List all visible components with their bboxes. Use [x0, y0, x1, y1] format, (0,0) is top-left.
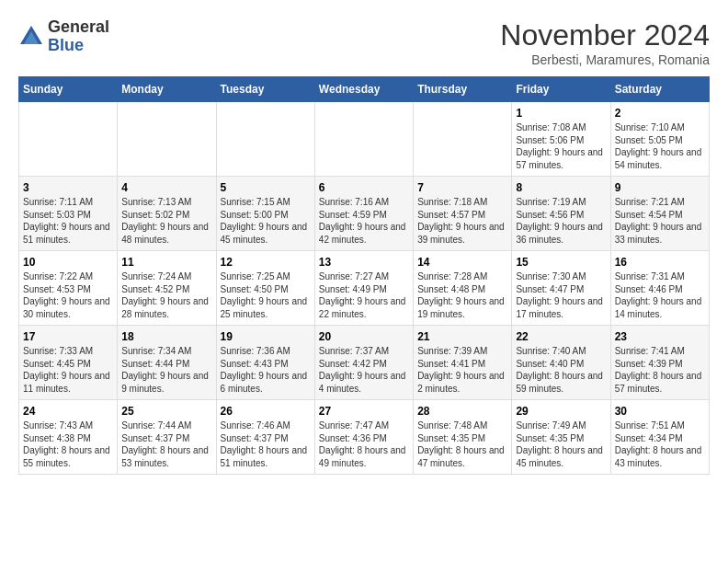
title-area: November 2024 Berbesti, Maramures, Roman… [500, 18, 710, 67]
day-number: 10 [23, 256, 113, 269]
calendar-cell: 13Sunrise: 7:27 AM Sunset: 4:49 PM Dayli… [314, 251, 413, 326]
day-details: Sunrise: 7:30 AM Sunset: 4:47 PM Dayligh… [516, 270, 606, 320]
logo-icon [18, 24, 44, 50]
weekday-header-monday: Monday [118, 77, 216, 102]
calendar-cell: 20Sunrise: 7:37 AM Sunset: 4:42 PM Dayli… [314, 326, 413, 400]
day-details: Sunrise: 7:24 AM Sunset: 4:52 PM Dayligh… [121, 270, 211, 320]
day-number: 6 [319, 181, 409, 194]
day-number: 30 [615, 405, 705, 418]
day-details: Sunrise: 7:15 AM Sunset: 5:00 PM Dayligh… [221, 196, 311, 246]
calendar-cell: 25Sunrise: 7:44 AM Sunset: 4:37 PM Dayli… [118, 400, 216, 475]
calendar-cell: 10Sunrise: 7:22 AM Sunset: 4:53 PM Dayli… [19, 251, 118, 326]
day-details: Sunrise: 7:39 AM Sunset: 4:41 PM Dayligh… [417, 345, 507, 395]
calendar-cell: 24Sunrise: 7:43 AM Sunset: 4:38 PM Dayli… [19, 400, 118, 475]
day-details: Sunrise: 7:40 AM Sunset: 4:40 PM Dayligh… [516, 345, 606, 395]
day-details: Sunrise: 7:33 AM Sunset: 4:45 PM Dayligh… [23, 345, 113, 395]
weekday-header-row: SundayMondayTuesdayWednesdayThursdayFrid… [19, 77, 710, 102]
calendar-cell: 11Sunrise: 7:24 AM Sunset: 4:52 PM Dayli… [118, 251, 216, 326]
day-number: 13 [319, 256, 409, 269]
day-number: 11 [121, 256, 211, 269]
day-details: Sunrise: 7:31 AM Sunset: 4:46 PM Dayligh… [615, 270, 705, 320]
day-details: Sunrise: 7:28 AM Sunset: 4:48 PM Dayligh… [417, 270, 507, 320]
day-number: 15 [516, 256, 606, 269]
day-details: Sunrise: 7:43 AM Sunset: 4:38 PM Dayligh… [23, 419, 113, 469]
day-number: 26 [221, 405, 311, 418]
day-number: 2 [615, 107, 705, 120]
day-number: 24 [23, 405, 113, 418]
calendar-cell: 4Sunrise: 7:13 AM Sunset: 5:02 PM Daylig… [118, 177, 216, 251]
calendar-cell: 15Sunrise: 7:30 AM Sunset: 4:47 PM Dayli… [512, 251, 610, 326]
day-number: 18 [121, 330, 211, 343]
day-number: 17 [23, 330, 113, 343]
day-details: Sunrise: 7:51 AM Sunset: 4:34 PM Dayligh… [615, 419, 705, 469]
calendar-cell: 14Sunrise: 7:28 AM Sunset: 4:48 PM Dayli… [414, 251, 512, 326]
calendar-cell: 16Sunrise: 7:31 AM Sunset: 4:46 PM Dayli… [610, 251, 709, 326]
calendar-cell: 27Sunrise: 7:47 AM Sunset: 4:36 PM Dayli… [314, 400, 413, 475]
day-number: 16 [615, 256, 705, 269]
day-details: Sunrise: 7:47 AM Sunset: 4:36 PM Dayligh… [319, 419, 409, 469]
day-details: Sunrise: 7:19 AM Sunset: 4:56 PM Dayligh… [516, 196, 606, 246]
weekday-header-thursday: Thursday [414, 77, 512, 102]
day-details: Sunrise: 7:27 AM Sunset: 4:49 PM Dayligh… [319, 270, 409, 320]
day-number: 22 [516, 330, 606, 343]
calendar-cell: 23Sunrise: 7:41 AM Sunset: 4:39 PM Dayli… [610, 326, 709, 400]
day-number: 29 [516, 405, 606, 418]
day-number: 9 [615, 181, 705, 194]
logo: General Blue [18, 18, 109, 55]
day-number: 7 [417, 181, 507, 194]
location-subtitle: Berbesti, Maramures, Romania [500, 52, 710, 67]
calendar-week-row: 1Sunrise: 7:08 AM Sunset: 5:06 PM Daylig… [19, 102, 710, 177]
day-number: 21 [417, 330, 507, 343]
calendar-cell [19, 102, 118, 177]
day-details: Sunrise: 7:16 AM Sunset: 4:59 PM Dayligh… [319, 196, 409, 246]
logo-general-text: General [48, 17, 109, 36]
day-details: Sunrise: 7:48 AM Sunset: 4:35 PM Dayligh… [417, 419, 507, 469]
day-number: 12 [221, 256, 311, 269]
day-number: 23 [615, 330, 705, 343]
day-details: Sunrise: 7:25 AM Sunset: 4:50 PM Dayligh… [221, 270, 311, 320]
calendar-cell: 7Sunrise: 7:18 AM Sunset: 4:57 PM Daylig… [414, 177, 512, 251]
day-number: 25 [121, 405, 211, 418]
day-details: Sunrise: 7:11 AM Sunset: 5:03 PM Dayligh… [23, 196, 113, 246]
calendar-cell [314, 102, 413, 177]
calendar-cell: 9Sunrise: 7:21 AM Sunset: 4:54 PM Daylig… [610, 177, 709, 251]
calendar-cell: 26Sunrise: 7:46 AM Sunset: 4:37 PM Dayli… [216, 400, 314, 475]
day-details: Sunrise: 7:21 AM Sunset: 4:54 PM Dayligh… [615, 196, 705, 246]
day-details: Sunrise: 7:36 AM Sunset: 4:43 PM Dayligh… [221, 345, 311, 395]
day-number: 3 [23, 181, 113, 194]
calendar-cell: 19Sunrise: 7:36 AM Sunset: 4:43 PM Dayli… [216, 326, 314, 400]
day-details: Sunrise: 7:46 AM Sunset: 4:37 PM Dayligh… [221, 419, 311, 469]
day-details: Sunrise: 7:34 AM Sunset: 4:44 PM Dayligh… [121, 345, 211, 395]
calendar-cell: 12Sunrise: 7:25 AM Sunset: 4:50 PM Dayli… [216, 251, 314, 326]
calendar-cell: 8Sunrise: 7:19 AM Sunset: 4:56 PM Daylig… [512, 177, 610, 251]
calendar-cell: 18Sunrise: 7:34 AM Sunset: 4:44 PM Dayli… [118, 326, 216, 400]
calendar-week-row: 3Sunrise: 7:11 AM Sunset: 5:03 PM Daylig… [19, 177, 710, 251]
calendar-cell: 21Sunrise: 7:39 AM Sunset: 4:41 PM Dayli… [414, 326, 512, 400]
weekday-header-wednesday: Wednesday [314, 77, 413, 102]
day-details: Sunrise: 7:18 AM Sunset: 4:57 PM Dayligh… [417, 196, 507, 246]
calendar-week-row: 24Sunrise: 7:43 AM Sunset: 4:38 PM Dayli… [19, 400, 710, 475]
calendar-cell [118, 102, 216, 177]
weekday-header-friday: Friday [512, 77, 610, 102]
calendar-cell: 1Sunrise: 7:08 AM Sunset: 5:06 PM Daylig… [512, 102, 610, 177]
calendar-week-row: 17Sunrise: 7:33 AM Sunset: 4:45 PM Dayli… [19, 326, 710, 400]
day-number: 5 [221, 181, 311, 194]
day-number: 14 [417, 256, 507, 269]
calendar-cell: 6Sunrise: 7:16 AM Sunset: 4:59 PM Daylig… [314, 177, 413, 251]
calendar-cell: 30Sunrise: 7:51 AM Sunset: 4:34 PM Dayli… [610, 400, 709, 475]
day-details: Sunrise: 7:41 AM Sunset: 4:39 PM Dayligh… [615, 345, 705, 395]
weekday-header-tuesday: Tuesday [216, 77, 314, 102]
calendar-cell: 2Sunrise: 7:10 AM Sunset: 5:05 PM Daylig… [610, 102, 709, 177]
day-number: 28 [417, 405, 507, 418]
calendar-cell [414, 102, 512, 177]
day-details: Sunrise: 7:22 AM Sunset: 4:53 PM Dayligh… [23, 270, 113, 320]
day-details: Sunrise: 7:49 AM Sunset: 4:35 PM Dayligh… [516, 419, 606, 469]
day-details: Sunrise: 7:44 AM Sunset: 4:37 PM Dayligh… [121, 419, 211, 469]
month-title: November 2024 [500, 18, 710, 52]
header: General Blue November 2024 Berbesti, Mar… [18, 18, 710, 67]
day-details: Sunrise: 7:10 AM Sunset: 5:05 PM Dayligh… [615, 121, 705, 171]
weekday-header-saturday: Saturday [610, 77, 709, 102]
calendar-table: SundayMondayTuesdayWednesdayThursdayFrid… [18, 76, 710, 475]
day-details: Sunrise: 7:08 AM Sunset: 5:06 PM Dayligh… [516, 121, 606, 171]
calendar-cell: 28Sunrise: 7:48 AM Sunset: 4:35 PM Dayli… [414, 400, 512, 475]
